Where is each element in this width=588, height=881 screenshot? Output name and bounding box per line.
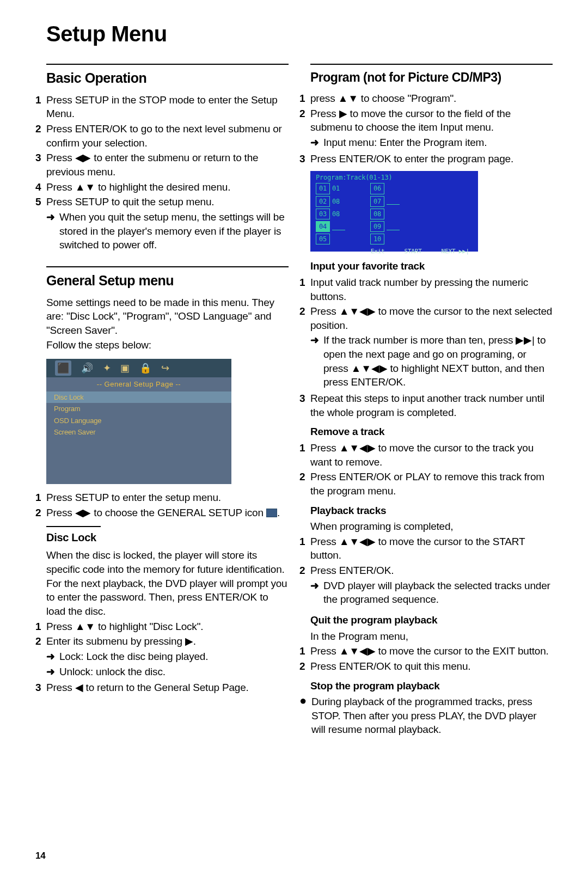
general-setup-screenshot: ⬛ 🔊 ✦ ▣ 🔒 ↪ -- General Setup Page -- Dis…	[46, 359, 231, 484]
all-dirs-icon: ▲▼◀▶	[339, 305, 376, 317]
step: 2Press ◀▶ to choose the GENERAL SETUP ic…	[46, 506, 289, 520]
video-icon: ✦	[103, 362, 111, 375]
page-title: Setup Menu	[46, 19, 553, 48]
step: 2Press ENTER/OK to quit this menu.	[310, 659, 553, 674]
content-columns: Basic Operation 1Press SETUP in the STOP…	[46, 62, 553, 738]
screen-heading: -- General Setup Page --	[46, 377, 231, 391]
rule	[46, 266, 289, 267]
sub-note: ➜If the track number is more than ten, p…	[310, 333, 553, 389]
step: 2 Press ▲▼◀▶ to move the cursor to the n…	[310, 304, 553, 390]
step: 2Press ENTER/OK or PLAY to remove this t…	[310, 470, 553, 498]
left-column: Basic Operation 1Press SETUP in the STOP…	[46, 62, 289, 738]
general-setup-icon	[266, 509, 277, 517]
arrow-icon: ➜	[46, 650, 59, 664]
screen-heading: Program:Track(01-13)	[316, 173, 473, 183]
step: 2Press ENTER/OK to go to the next level …	[46, 122, 289, 150]
step: 4Press ▲▼ to highlight the desired menu.	[46, 180, 289, 194]
arrow-icon: ➜	[310, 579, 323, 593]
page-number: 14	[35, 850, 46, 862]
arrow-icon: ➜	[46, 665, 59, 679]
all-dirs-icon: ▲▼◀▶	[339, 645, 376, 657]
step: 1Press ▲▼◀▶ to move the cursor to the ST…	[310, 535, 553, 562]
paragraph: Follow the steps below:	[46, 338, 289, 352]
start-label: START	[404, 248, 421, 256]
step: 3Press ◀▶ to enter the submenu or return…	[46, 151, 289, 179]
up-down-icon: ▲▼	[75, 621, 95, 632]
step: 2 Press ENTER/OK. ➜DVD player will playb…	[310, 564, 553, 608]
section-general-setup: General Setup menu	[46, 272, 289, 290]
subsection-playback-tracks: Playback tracks	[310, 504, 553, 518]
sub-note: ➜Input menu: Enter the Program item.	[310, 136, 553, 150]
step: 1Press ▲▼◀▶ to move the cursor to the EX…	[310, 644, 553, 658]
all-dirs-icon: ▲▼◀▶	[339, 442, 376, 454]
step: 3Repeat this steps to input another trac…	[310, 391, 553, 419]
step: 5 Press SETUP to quit the setup menu. ➜W…	[46, 195, 289, 253]
step: 3Press ◀ to return to the General Setup …	[46, 681, 289, 695]
sub-note: ➜When you quit the setup menu, the setti…	[46, 210, 289, 252]
sub-note: ➜Unlock: unlock the disc.	[46, 665, 289, 679]
up-down-icon: ▲▼	[338, 93, 358, 104]
exit-label: Exit	[371, 248, 385, 256]
section-program: Program (not for Picture CD/MP3)	[310, 69, 553, 86]
tv-icon: ▣	[120, 362, 130, 375]
paragraph: In the Program menu,	[310, 629, 553, 644]
paragraph: When programing is completed,	[310, 519, 553, 534]
left-icon: ◀	[75, 682, 83, 693]
next-label: NEXT ▶▶|	[442, 248, 469, 256]
right-icon: ▶	[185, 635, 193, 647]
program-track-screenshot: Program:Track(01-13) 0101 0208 0308 04 0…	[310, 171, 478, 252]
step: 1Press SETUP in the STOP mode to enter t…	[46, 93, 289, 121]
menu-item: Program	[46, 403, 231, 415]
step: 1Press SETUP to enter the setup menu.	[46, 491, 289, 505]
step: 3Press ENTER/OK to enter the program pag…	[310, 152, 553, 166]
subsection-quit-playback: Quit the program playback	[310, 613, 553, 627]
menu-item: Screen Saver	[46, 426, 231, 438]
step: 1Input valid track number by pressing th…	[310, 276, 553, 303]
arrow-icon: ➜	[46, 210, 59, 224]
subsection-disc-lock: Disc Lock	[46, 530, 289, 545]
left-right-icon: ◀▶	[75, 507, 91, 518]
step: 1Press ▲▼ to highlight "Disc Lock".	[46, 620, 289, 634]
paragraph: Some settings need to be made in this me…	[46, 296, 289, 338]
rule	[46, 64, 289, 65]
section-basic-operation: Basic Operation	[46, 69, 289, 88]
up-down-icon: ▲▼	[75, 181, 95, 193]
sub-note: ➜DVD player will playback the selected t…	[310, 579, 553, 607]
arrow-icon: ➜	[310, 333, 323, 347]
all-dirs-icon: ▲▼◀▶	[339, 536, 376, 547]
right-column: Program (not for Picture CD/MP3) 1press …	[310, 62, 553, 738]
sub-note: ➜Lock: Lock the disc being played.	[46, 650, 289, 664]
subsection-stop-playback: Stop the program playback	[310, 679, 553, 693]
right-icon: ▶	[339, 108, 347, 119]
rule-short	[46, 526, 101, 527]
exit-icon: ↪	[161, 362, 169, 375]
arrow-icon: ➜	[310, 136, 323, 150]
bullet-icon: ●	[299, 695, 311, 707]
left-right-icon: ◀▶	[75, 152, 91, 163]
step: 1Press ▲▼◀▶ to move the cursor to the tr…	[310, 441, 553, 469]
step: 2 Enter its submenu by pressing ▶. ➜Lock…	[46, 634, 289, 680]
step: 1press ▲▼ to choose "Program".	[310, 91, 553, 106]
rule	[310, 64, 553, 65]
subsection-remove-track: Remove a track	[310, 425, 553, 439]
setup-icon: ⬛	[55, 360, 71, 376]
subsection-input-favorite: Input your favorite track	[310, 259, 553, 273]
bullet-item: ● During playback of the programmed trac…	[310, 695, 553, 737]
step: 2 Press ▶ to move the cursor to the fiel…	[310, 107, 553, 151]
menu-item: OSD Language	[46, 415, 231, 427]
next-skip-icon: ▶▶|	[516, 334, 534, 346]
lock-icon: 🔒	[139, 362, 151, 375]
paragraph: When the disc is locked, the player will…	[46, 548, 289, 618]
audio-icon: 🔊	[81, 362, 93, 375]
menu-item: Disc Lock	[46, 391, 231, 403]
all-dirs-icon: ▲▼◀▶	[351, 363, 388, 374]
